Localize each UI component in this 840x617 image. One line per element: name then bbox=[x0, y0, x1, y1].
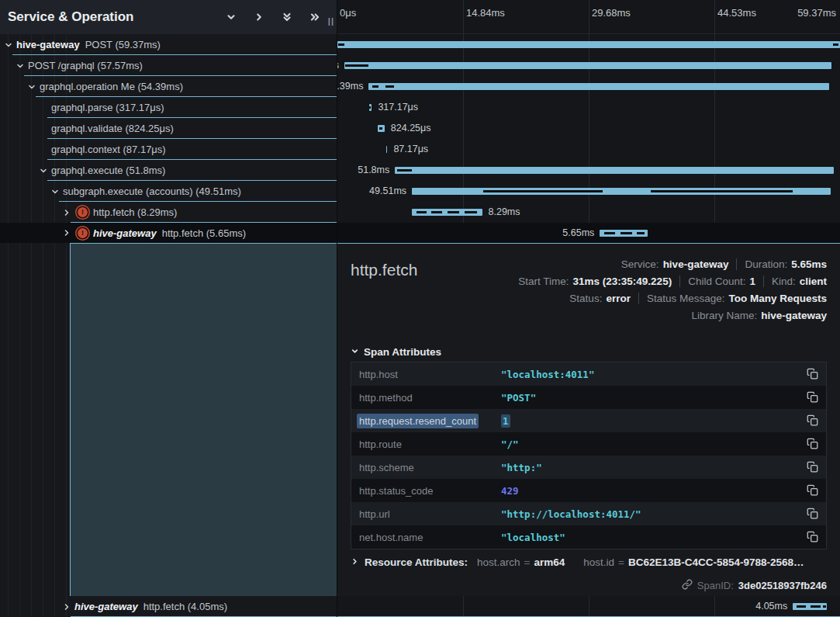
resource-equals: = bbox=[524, 556, 531, 568]
span-detail-meta: Service:hive-gatewayDuration:5.65msStart… bbox=[518, 255, 827, 324]
meta-value: 5.65ms bbox=[791, 258, 827, 270]
meta-line: Start Time:31ms (23:35:49.225)Child Coun… bbox=[518, 272, 827, 289]
meta-label: Child Count: bbox=[688, 276, 745, 287]
meta-value: 1 bbox=[749, 276, 755, 287]
chevron-down-icon[interactable] bbox=[16, 61, 28, 71]
chevron-down-icon[interactable] bbox=[27, 82, 40, 92]
span-bar[interactable] bbox=[337, 41, 840, 48]
chevron-down-icon[interactable] bbox=[39, 166, 51, 175]
attribute-row: http.route"/" bbox=[351, 432, 826, 456]
span-bar[interactable] bbox=[386, 146, 388, 153]
trace-timeline: 0μs14.84ms29.68ms44.53ms59.37ms 57.57ms5… bbox=[337, 0, 840, 617]
resource-attributes-toggle[interactable]: Resource Attributes: bbox=[351, 556, 468, 568]
child-span-dash bbox=[637, 232, 645, 234]
tree-row[interactable]: hive-gatewayhttp.fetch (4.05ms) bbox=[0, 596, 337, 617]
copy-icon[interactable] bbox=[807, 438, 819, 450]
tree-row[interactable]: !hive-gatewayhttp.fetch (5.65ms) bbox=[0, 223, 337, 243]
span-id-value: 3de02518937fb246 bbox=[738, 580, 827, 591]
span-operation-label: POST (59.37ms) bbox=[85, 39, 161, 50]
timeline-ruler: 0μs14.84ms29.68ms44.53ms59.37ms bbox=[337, 0, 840, 34]
indent-spacer bbox=[39, 103, 51, 113]
ruler-tick: 29.68ms bbox=[592, 7, 631, 19]
attribute-value: "http:" bbox=[501, 462, 542, 473]
span-operation-label: graphql.execute (51.8ms) bbox=[51, 165, 165, 176]
child-span-dash bbox=[345, 64, 368, 67]
collapse-all-double-chevron-down-icon[interactable] bbox=[278, 9, 296, 26]
meta-label: Start Time: bbox=[518, 276, 569, 287]
copy-icon[interactable] bbox=[807, 531, 819, 543]
span-duration-label: 824.25μs bbox=[391, 118, 431, 139]
tree-row[interactable]: graphql.validate (824.25μs) bbox=[0, 118, 337, 139]
child-span-dash bbox=[797, 605, 806, 608]
panel-resize-handle[interactable]: || bbox=[328, 16, 334, 26]
expand-one-chevron-right-icon[interactable] bbox=[251, 9, 268, 26]
timeline-row: 5.65ms bbox=[337, 223, 840, 243]
chevron-right-icon[interactable] bbox=[62, 228, 74, 237]
tree-row[interactable]: graphql.operation Me (54.39ms) bbox=[0, 76, 337, 97]
tree-row[interactable]: subgraph.execute (accounts) (49.51ms) bbox=[0, 181, 337, 202]
resource-key: host.arch bbox=[477, 556, 520, 568]
attribute-row: http.method"POST" bbox=[351, 386, 826, 409]
span-service-name: hive-gateway bbox=[93, 227, 157, 239]
meta-value: hive-gateway bbox=[663, 258, 729, 270]
timeline-row: 57.57ms bbox=[337, 55, 840, 76]
child-span-dash bbox=[385, 85, 394, 88]
resource-attributes-line: Resource Attributes: host.arch=arm64host… bbox=[351, 556, 804, 568]
meta-divider bbox=[679, 276, 680, 287]
tree-row[interactable]: hive-gatewayPOST (59.37ms) bbox=[0, 34, 337, 55]
chevron-down-icon[interactable] bbox=[4, 40, 16, 50]
copy-icon[interactable] bbox=[807, 484, 819, 497]
span-bar[interactable] bbox=[368, 83, 829, 90]
span-attributes-toggle[interactable]: Span Attributes bbox=[351, 346, 441, 358]
attribute-key: http.status_code bbox=[359, 485, 501, 497]
ruler-tick: 0μs bbox=[340, 7, 356, 19]
meta-divider bbox=[736, 258, 737, 270]
copy-icon[interactable] bbox=[807, 368, 819, 380]
expand-all-double-chevron-right-icon[interactable] bbox=[306, 9, 323, 26]
span-service-name: hive-gateway bbox=[74, 601, 138, 612]
error-icon: ! bbox=[78, 228, 88, 238]
copy-icon[interactable] bbox=[807, 391, 819, 404]
child-span-dash bbox=[448, 211, 459, 213]
meta-label: Kind: bbox=[772, 276, 796, 287]
tree-row[interactable]: !http.fetch (8.29ms) bbox=[0, 202, 337, 223]
meta-line: Status:errorStatus Message:Too Many Requ… bbox=[518, 289, 827, 307]
resource-attributes-values: host.arch=arm64host.id=BC62E13B-C4CC-585… bbox=[468, 556, 804, 568]
tree-row[interactable]: graphql.execute (51.8ms) bbox=[0, 160, 337, 181]
span-operation-label: http.fetch (8.29ms) bbox=[93, 206, 177, 218]
copy-icon[interactable] bbox=[807, 414, 819, 427]
span-bar[interactable] bbox=[344, 62, 831, 69]
meta-label: Service: bbox=[621, 258, 659, 270]
tree-row[interactable]: graphql.context (87.17μs) bbox=[0, 139, 337, 160]
span-operation-label: POST /graphql (57.57ms) bbox=[28, 60, 143, 71]
collapse-one-chevron-down-icon[interactable] bbox=[223, 9, 240, 26]
copy-icon[interactable] bbox=[807, 508, 819, 520]
chevron-right-icon[interactable] bbox=[62, 208, 74, 217]
span-bar[interactable] bbox=[395, 167, 833, 174]
span-attributes-table: http.host"localhost:4011"http.method"POS… bbox=[351, 362, 827, 549]
chevron-right-icon bbox=[351, 556, 359, 568]
span-detail-title: http.fetch bbox=[351, 261, 417, 279]
expanded-span-region bbox=[70, 243, 337, 596]
child-span-dash bbox=[833, 43, 839, 46]
timeline-row: 49.51ms bbox=[337, 181, 840, 202]
child-span-dash bbox=[338, 43, 344, 46]
attribute-row: http.host"localhost:4011" bbox=[351, 362, 826, 386]
copy-icon[interactable] bbox=[807, 461, 819, 473]
link-icon[interactable] bbox=[682, 579, 693, 592]
tree-row[interactable]: POST /graphql (57.57ms) bbox=[0, 55, 337, 76]
child-span-dash bbox=[604, 232, 615, 234]
meta-label: Library Name: bbox=[691, 310, 757, 321]
span-duration-label: 8.29ms bbox=[489, 202, 520, 223]
span-duration-label: 51.8ms bbox=[358, 160, 389, 181]
tree-row[interactable]: graphql.parse (317.17μs) bbox=[0, 97, 337, 118]
ruler-tick: 59.37ms bbox=[797, 7, 836, 19]
span-duration-label: 54.39ms bbox=[337, 76, 363, 97]
chevron-right-icon[interactable] bbox=[62, 602, 74, 612]
chevron-down-icon[interactable] bbox=[50, 187, 63, 196]
span-operation-label: subgraph.execute (accounts) (49.51ms) bbox=[63, 185, 241, 197]
timeline-row: 8.29ms bbox=[337, 202, 840, 223]
ruler-tick: 14.84ms bbox=[466, 7, 505, 19]
attribute-value: 1 bbox=[501, 415, 510, 427]
child-span-dash bbox=[372, 85, 379, 88]
